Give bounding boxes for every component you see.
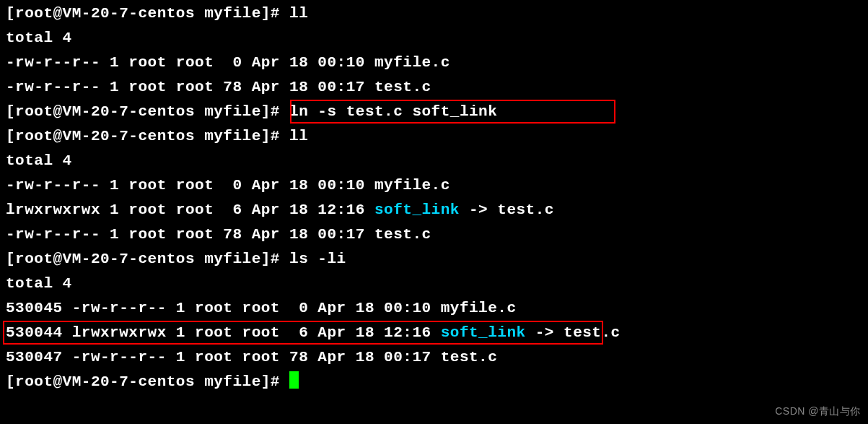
file-listing-row: -rw-r--r-- 1 root root 78 Apr 18 00:17 t… <box>6 75 862 100</box>
watermark-text: CSDN @青山与你 <box>775 403 861 420</box>
symlink-listing-row: lrwxrwxrwx 1 root root 6 Apr 18 12:16 so… <box>6 198 862 222</box>
file-listing-row: 530045 -rw-r--r-- 1 root root 0 Apr 18 0… <box>6 296 862 321</box>
output-total: total 4 <box>6 26 862 51</box>
file-attributes: lrwxrwxrwx 1 root root 6 Apr 18 12:16 <box>6 202 374 218</box>
output-total: total 4 <box>6 149 862 173</box>
symlink-target: -> test.c <box>526 324 621 341</box>
output-total: total 4 <box>6 272 862 296</box>
shell-prompt: [root@VM-20-7-centos myfile]# <box>6 251 289 267</box>
prompt-line-2: [root@VM-20-7-centos myfile]# ln -s test… <box>6 100 862 124</box>
file-listing-row: 530047 -rw-r--r-- 1 root root 78 Apr 18 … <box>6 345 862 370</box>
prompt-line-4: [root@VM-20-7-centos myfile]# ls -li <box>6 247 862 272</box>
symlink-name: soft_link <box>441 324 526 341</box>
file-listing-row: -rw-r--r-- 1 root root 78 Apr 18 00:17 t… <box>6 222 862 247</box>
symlink-name: soft_link <box>374 202 460 218</box>
command-text: ll <box>289 128 308 144</box>
symlink-listing-row: 530044 lrwxrwxrwx 1 root root 6 Apr 18 1… <box>6 321 862 345</box>
cursor-icon <box>289 371 299 389</box>
shell-prompt: [root@VM-20-7-centos myfile]# <box>6 5 289 22</box>
file-listing-row: -rw-r--r-- 1 root root 0 Apr 18 00:10 my… <box>6 173 862 198</box>
command-text: ln -s test.c soft_link <box>289 103 497 120</box>
command-text: ll <box>289 5 308 22</box>
shell-prompt: [root@VM-20-7-centos myfile]# <box>6 103 289 120</box>
file-listing-row: -rw-r--r-- 1 root root 0 Apr 18 00:10 my… <box>6 51 862 75</box>
prompt-line-1: [root@VM-20-7-centos myfile]# ll <box>6 1 862 26</box>
prompt-line-5[interactable]: [root@VM-20-7-centos myfile]# <box>6 370 862 394</box>
command-text: ls -li <box>289 251 346 267</box>
prompt-line-3: [root@VM-20-7-centos myfile]# ll <box>6 124 862 149</box>
symlink-target: -> test.c <box>460 202 554 218</box>
file-attributes: 530044 lrwxrwxrwx 1 root root 6 Apr 18 1… <box>6 324 441 341</box>
shell-prompt: [root@VM-20-7-centos myfile]# <box>6 373 289 390</box>
shell-prompt: [root@VM-20-7-centos myfile]# <box>6 128 289 144</box>
